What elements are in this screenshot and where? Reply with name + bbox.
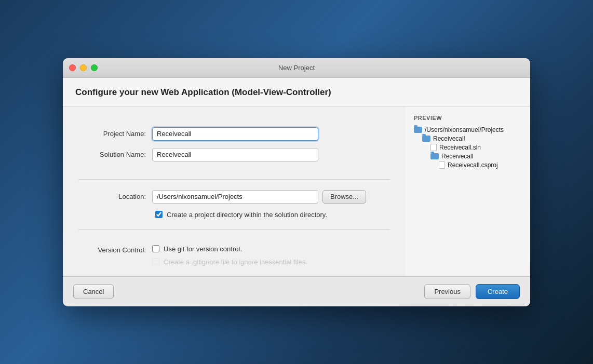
solution-name-row: Solution Name: xyxy=(78,148,390,161)
main-form: Project Name: Solution Name: Location: B… xyxy=(63,106,406,276)
create-dir-checkbox[interactable] xyxy=(155,211,163,218)
create-dir-label: Create a project directory within the so… xyxy=(167,211,327,219)
tree-item-receivecall-folder: Receivecall xyxy=(414,135,522,142)
title-bar: New Project xyxy=(63,58,530,78)
page-title: Configure your new Web Application (Mode… xyxy=(75,87,518,98)
version-control-label: Version Control: xyxy=(78,245,146,254)
project-name-label: Project Name: xyxy=(78,130,146,138)
tree-item-label: Receivecall.csproj xyxy=(448,161,498,169)
name-section: Project Name: Solution Name: xyxy=(78,122,390,180)
window-title: New Project xyxy=(278,64,315,72)
tree-item-root: /Users/nixonsamuel/Projects xyxy=(414,126,522,133)
location-row: Location: Browse... xyxy=(78,190,390,204)
main-window: New Project Configure your new Web Appli… xyxy=(63,58,530,306)
tree-item-label: Receivecall.sln xyxy=(439,144,481,151)
close-button[interactable] xyxy=(69,64,76,71)
preview-title: PREVIEW xyxy=(414,115,522,121)
footer-bar: Cancel Previous Create xyxy=(63,276,530,306)
previous-button[interactable]: Previous xyxy=(424,284,470,299)
create-gitignore-label: Create a .gitignore file to ignore iness… xyxy=(164,258,307,266)
preview-panel: PREVIEW /Users/nixonsamuel/Projects Rece… xyxy=(406,106,530,276)
create-dir-row: Create a project directory within the so… xyxy=(78,211,390,219)
tree-item-receivecall-subfolder: Receivecall xyxy=(414,153,522,160)
project-name-input[interactable] xyxy=(152,127,318,141)
create-gitignore-row: Create a .gitignore file to ignore iness… xyxy=(152,258,307,266)
version-options: Use git for version control. Create a .g… xyxy=(152,245,307,266)
maximize-button[interactable] xyxy=(91,64,98,71)
solution-name-label: Solution Name: xyxy=(78,151,146,158)
version-control-section: Version Control: Use git for version con… xyxy=(78,240,390,266)
tree-item-csproj: Receivecall.csproj xyxy=(414,161,522,169)
location-label: Location: xyxy=(78,193,146,200)
tree-item-label: Receivecall xyxy=(441,153,473,160)
location-input[interactable] xyxy=(152,190,318,204)
folder-icon xyxy=(414,127,422,133)
version-control-row: Version Control: Use git for version con… xyxy=(78,245,390,266)
create-gitignore-checkbox[interactable] xyxy=(152,258,159,265)
file-icon xyxy=(430,144,437,151)
solution-name-input[interactable] xyxy=(152,148,318,161)
page-header: Configure your new Web Application (Mode… xyxy=(63,78,530,106)
body-area: Project Name: Solution Name: Location: B… xyxy=(63,106,530,276)
file-icon xyxy=(439,161,445,169)
tree-item-label: Receivecall xyxy=(433,135,465,142)
use-git-label: Use git for version control. xyxy=(164,245,242,253)
cancel-button[interactable]: Cancel xyxy=(73,284,114,299)
use-git-checkbox[interactable] xyxy=(152,245,159,252)
location-section: Location: Browse... Create a project dir… xyxy=(78,190,390,230)
location-input-group: Browse... xyxy=(152,190,366,204)
create-button[interactable]: Create xyxy=(476,284,520,299)
footer-right: Previous Create xyxy=(424,284,520,299)
project-name-row: Project Name: xyxy=(78,127,390,141)
minimize-button[interactable] xyxy=(80,64,87,71)
tree-item-sln: Receivecall.sln xyxy=(414,144,522,151)
use-git-row: Use git for version control. xyxy=(152,245,307,253)
folder-icon xyxy=(422,136,430,142)
tree-item-label: /Users/nixonsamuel/Projects xyxy=(425,126,504,133)
folder-icon xyxy=(430,153,439,159)
browse-button[interactable]: Browse... xyxy=(322,190,366,204)
traffic-lights xyxy=(69,64,98,71)
